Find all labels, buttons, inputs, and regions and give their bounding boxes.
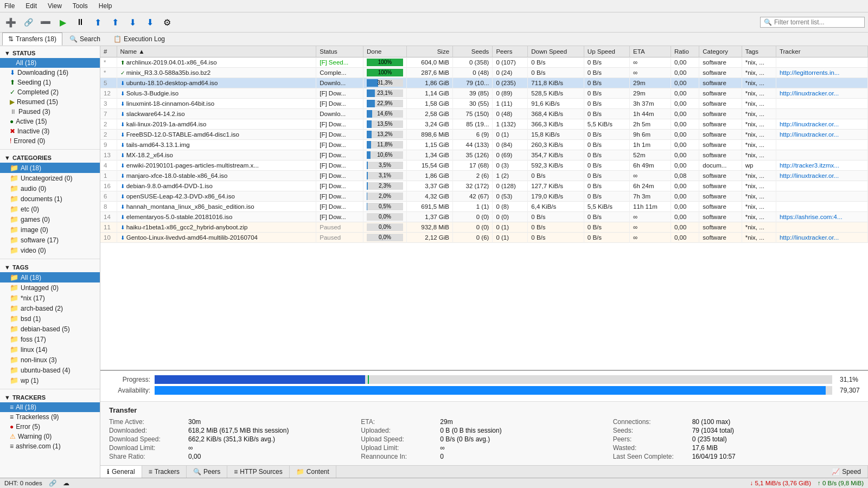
availability-label: Availability: — [107, 387, 150, 394]
sidebar-item-foss[interactable]: 📁 foss (17) — [0, 334, 100, 344]
table-row[interactable]: 4 ⬇ enwiki-20190101-pages-articles-multi… — [100, 160, 868, 171]
table-row[interactable]: 3 ⬇ linuxmint-18-cinnamon-64bit.iso [F] … — [100, 99, 868, 109]
sidebar-item-paused[interactable]: ⏸ Paused (3) — [0, 107, 100, 117]
sidebar-item-non-linux[interactable]: 📁 non-linux (3) — [0, 355, 100, 365]
sidebar-item-software[interactable]: 📁 software (17) — [0, 235, 100, 245]
sidebar-item-all-tags[interactable]: 📁 All (18) — [0, 272, 100, 282]
tracker-error-icon: ● — [10, 423, 14, 431]
move-down-button[interactable]: ⬇ — [125, 15, 140, 30]
settings-button[interactable]: ⚙ — [159, 15, 175, 30]
sidebar-item-untagged[interactable]: 📁 Untagged (0) — [0, 282, 100, 293]
add-magnet-button[interactable]: 🔗 — [21, 15, 36, 30]
col-num[interactable]: # — [100, 46, 117, 57]
categories-header[interactable]: ▼ CATEGORIES — [0, 153, 100, 163]
add-torrent-button[interactable]: ➕ — [3, 15, 18, 30]
sidebar-item-inactive[interactable]: ✖ Inactive (3) — [0, 126, 100, 136]
sidebar-item-trackerless[interactable]: ≡ Trackerless (9) — [0, 412, 100, 422]
table-row[interactable]: 12 ⬇ Solus-3-Budgie.iso [F] Dow... 23,1%… — [100, 88, 868, 99]
col-down-speed[interactable]: Down Speed — [528, 46, 584, 57]
table-row[interactable]: 7 ⬇ slackware64-14.2.iso Downlo... 14,6%… — [100, 109, 868, 119]
table-row[interactable]: 2 ⬇ FreeBSD-12.0-STABLE-amd64-disc1.iso … — [100, 130, 868, 140]
trackers-header[interactable]: ▼ TRACKERS — [0, 393, 100, 402]
table-row[interactable]: * ⬆ archlinux-2019.04.01-x86_64.iso [F] … — [100, 57, 868, 68]
sidebar-item-image[interactable]: 📁 image (0) — [0, 224, 100, 235]
table-row[interactable]: 2 ⬇ kali-linux-2019-1a-amd64.iso [F] Dow… — [100, 119, 868, 130]
sidebar-item-debian-based[interactable]: 📁 debian-based (5) — [0, 324, 100, 334]
sidebar-item-etc[interactable]: 📁 etc (0) — [0, 204, 100, 214]
sidebar-item-all-trackers[interactable]: ≡ All (18) — [0, 402, 100, 412]
sidebar-item-seeding[interactable]: ⬆ Seeding (1) — [0, 78, 100, 87]
tab-general[interactable]: ℹ General — [100, 466, 142, 478]
table-row[interactable]: * ✓ minix_R3.3.0-588a35b.iso.bz2 Comple.… — [100, 68, 868, 78]
col-category[interactable]: Category — [699, 46, 742, 57]
tab-trackers[interactable]: ≡ Trackers — [142, 466, 187, 478]
tab-search[interactable]: 🔍 Search — [63, 33, 106, 46]
sidebar-item-audio[interactable]: 📁 audio (0) — [0, 183, 100, 194]
tags-header[interactable]: ▼ TAGS — [0, 262, 100, 272]
table-row[interactable]: 1 ⬇ manjaro-xfce-18.0-stable-x86_64.iso … — [100, 171, 868, 181]
menu-tools[interactable]: Tools — [71, 1, 90, 11]
sidebar-item-errored[interactable]: ! Errored (0) — [0, 136, 100, 146]
sidebar-item-ubuntu-based[interactable]: 📁 ubuntu-based (4) — [0, 365, 100, 375]
sidebar-item-linux[interactable]: 📁 linux (14) — [0, 344, 100, 355]
sidebar-item-documents[interactable]: 📁 documents (1) — [0, 194, 100, 204]
sidebar-item-video[interactable]: 📁 video (0) — [0, 245, 100, 255]
sidebar-item-tracker-warning[interactable]: ⚠ Warning (0) — [0, 432, 100, 441]
sidebar-item-bsd[interactable]: 📁 bsd (1) — [0, 313, 100, 324]
col-tags[interactable]: Tags — [742, 46, 776, 57]
col-peers[interactable]: Peers — [493, 46, 528, 57]
tab-peers[interactable]: 🔍 Peers — [187, 466, 227, 478]
col-name[interactable]: Name ▲ — [117, 46, 316, 57]
sidebar-item-arch-based[interactable]: 📁 arch-based (2) — [0, 303, 100, 313]
sidebar-item-games[interactable]: 📁 games (0) — [0, 214, 100, 224]
tab-transfers[interactable]: ⇅ Transfers (18) — [2, 33, 62, 46]
table-row[interactable]: 16 ⬇ debian-9.8.0-amd64-DVD-1.iso [F] Do… — [100, 181, 868, 191]
col-done[interactable]: Done — [363, 46, 406, 57]
tab-http-sources[interactable]: ≡ HTTP Sources — [227, 466, 289, 478]
table-row[interactable]: 9 ⬇ tails-amd64-3.13.1.img [F] Dow... 11… — [100, 140, 868, 150]
sidebar-item-all-status[interactable]: ● All (18) — [0, 58, 100, 68]
col-seeds[interactable]: Seeds — [453, 46, 493, 57]
sidebar-item-all-cat[interactable]: 📁 All (18) — [0, 163, 100, 173]
col-size[interactable]: Size — [406, 46, 452, 57]
menu-help[interactable]: Help — [97, 1, 114, 11]
move-top-button[interactable]: ⬇ — [107, 15, 123, 30]
sidebar-item-downloading[interactable]: ⬇ Downloading (16) — [0, 68, 100, 78]
sidebar-item-completed[interactable]: ✓ Completed (2) — [0, 87, 100, 97]
col-status[interactable]: Status — [316, 46, 363, 57]
menu-edit[interactable]: Edit — [23, 1, 39, 11]
tab-execution-log[interactable]: 📋 Execution Log — [107, 33, 171, 46]
menu-view[interactable]: View — [46, 1, 64, 11]
col-ratio[interactable]: Ratio — [671, 46, 699, 57]
move-up-button[interactable]: ⬆ — [90, 15, 105, 30]
table-row[interactable]: 13 ⬇ MX-18.2_x64.iso [F] Dow... 10,6% 1,… — [100, 150, 868, 160]
table-row[interactable]: 6 ⬇ openSUSE-Leap-42.3-DVD-x86_64.iso [F… — [100, 191, 868, 202]
status-header[interactable]: ▼ STATUS — [0, 48, 100, 58]
col-eta[interactable]: ETA — [630, 46, 671, 57]
filter-input[interactable] — [774, 18, 861, 26]
completed-icon: ✓ — [10, 88, 15, 96]
tab-content[interactable]: 📁 Content — [290, 466, 336, 478]
sidebar-item-ashrise[interactable]: ≡ ashrise.com (1) — [0, 441, 100, 451]
torrent-list[interactable]: # Name ▲ Status Done Size Seeds Peers Do… — [100, 46, 868, 370]
table-row[interactable]: 8 ⬇ hannah_montana_linux_x86_basic_editi… — [100, 202, 868, 212]
remove-button[interactable]: ➖ — [38, 15, 53, 30]
tab-speed[interactable]: 📈 Speed — [825, 466, 868, 478]
col-up-speed[interactable]: Up Speed — [584, 46, 629, 57]
table-row[interactable]: 5 ⬇ ubuntu-18.10-desktop-amd64.iso Downl… — [100, 78, 868, 88]
sidebar-item-nix[interactable]: 📁 *nix (17) — [0, 293, 100, 303]
menu-file[interactable]: File — [2, 1, 17, 11]
start-button[interactable]: ▶ — [55, 15, 71, 30]
sidebar-item-tracker-error[interactable]: ● Error (5) — [0, 422, 100, 432]
move-bottom-button[interactable]: ⬆ — [142, 15, 157, 30]
table-row[interactable]: 10 ⬇ Gentoo-Linux-livedvd-amd64-multilib… — [100, 233, 868, 243]
sidebar-item-active[interactable]: ● Active (15) — [0, 117, 100, 126]
table-row[interactable]: 14 ⬇ elementaryos-5.0-stable.20181016.is… — [100, 212, 868, 222]
pause-button[interactable]: ⏸ — [73, 15, 88, 30]
sidebar-item-wp[interactable]: 📁 wp (1) — [0, 375, 100, 386]
sidebar-item-resumed[interactable]: ▶ Resumed (15) — [0, 97, 100, 107]
col-tracker[interactable]: Tracker — [776, 46, 867, 57]
table-row[interactable]: 11 ⬇ haiku-r1beta1-x86_gcc2_hybrid-anybo… — [100, 222, 868, 233]
sidebar-item-uncategorized[interactable]: 📁 Uncategorized (0) — [0, 173, 100, 183]
cell-status: [F] Dow... — [316, 212, 363, 222]
